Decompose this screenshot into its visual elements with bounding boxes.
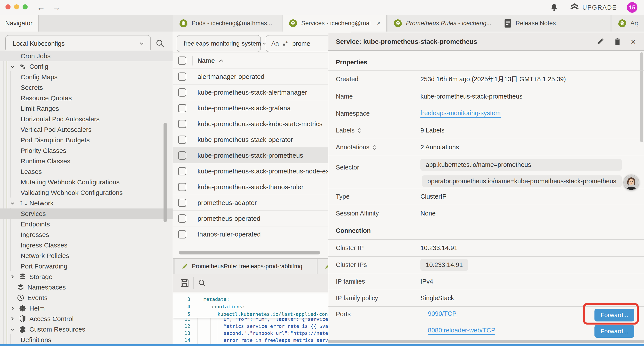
sidebar-item-runtime-classes[interactable]: Runtime Classes [0,156,173,166]
row-checkbox[interactable] [178,136,186,144]
sidebar-item-port-forwarding[interactable]: Port Forwarding [0,261,173,272]
sidebar-item-network-policies[interactable]: Network Policies [0,251,173,261]
chevron-expanded-icon[interactable] [9,326,16,333]
sidebar-item-namespaces[interactable]: Namespaces [0,282,173,293]
runbook-url-link[interactable]: https://nete [293,331,328,336]
table-row[interactable]: kube-prometheus-stack-alertmanager [173,84,351,100]
sidebar-item-pod-disruption-budgets[interactable]: Pod Disruption Budgets [0,135,173,145]
sidebar-item-vertical-pod-autoscalers[interactable]: Vertical Pod Autoscalers [0,124,173,135]
table-row[interactable]: prometheus-adapter [173,195,351,211]
yaml-editor[interactable]: 110", "for": "1m", "labels": {"service":… [173,294,351,346]
row-checkbox[interactable] [178,230,186,239]
sidebar-item-priority-classes[interactable]: Priority Classes [0,145,173,156]
chevron-expanded-icon[interactable] [9,63,16,70]
search-input[interactable]: Aa * prome [266,35,338,52]
row-checkbox[interactable] [178,183,186,191]
port-link-8080[interactable]: 8080:reloader-web/TCP [428,327,496,335]
forward-button-8080[interactable]: Forward... [594,325,634,338]
row-checkbox[interactable] [178,88,186,97]
namespace-select[interactable]: freeleaps-monitoring-system [177,35,261,52]
sidebar-item-config[interactable]: Config [0,61,173,72]
sort-ascending-icon[interactable] [218,59,224,63]
row-checkbox[interactable] [178,72,186,81]
tab-pods[interactable]: Pods - icecheng@mathmas... [173,15,283,31]
sidebar-item-events[interactable]: Events [0,293,173,303]
sidebar-scrollbar[interactable] [164,123,167,222]
forward-icon[interactable]: → [52,2,60,12]
selector-chip[interactable]: operator.prometheus.io/name=kube-prometh… [422,175,622,187]
sidebar-item-helm[interactable]: Helm [0,303,173,314]
sidebar-item-custom-resources[interactable]: Custom Resources [0,324,173,335]
sidebar-item-cron-jobs[interactable]: Cron Jobs [0,51,173,61]
chevron-collapsed-icon[interactable] [9,274,16,280]
notification-badge[interactable]: 15 [627,2,638,13]
sidebar-item-resource-quotas[interactable]: Resource Quotas [0,93,173,103]
sidebar-item-storage[interactable]: Storage [0,272,173,282]
sidebar-item-mutating-webhook-configurations[interactable]: Mutating Webhook Configurations [0,177,173,187]
sidebar-item-endpoints[interactable]: Endpoints [0,219,173,230]
sidebar-item-definitions[interactable]: Definitions [0,335,173,345]
namespace-link[interactable]: freeleaps-monitoring-system [420,109,501,118]
sidebar-item-services[interactable]: Services [0,209,173,219]
selector-chip[interactable]: app.kubernetes.io/name=prometheus [420,159,622,171]
sidebar-item-validating-webhook-configurations[interactable]: Validating Webhook Configurations [0,187,173,198]
sidebar-item-ingresses[interactable]: Ingresses [0,230,173,240]
table-row[interactable]: alertmanager-operated [173,69,351,84]
row-checkbox[interactable] [178,199,186,207]
sidebar-item-limit-ranges[interactable]: Limit Ranges [0,103,173,114]
table-row[interactable]: kube-prometheus-stack-grafana [173,100,351,116]
trash-icon[interactable] [614,37,622,46]
close-icon[interactable]: × [631,37,636,46]
editor-tab-prometheusrule[interactable]: PrometheusRule: freeleaps-prod-rabbitmq [175,259,317,274]
table-row[interactable]: kube-prometheus-stack-kube-state-metrics [173,116,351,132]
row-checkbox[interactable] [178,104,186,112]
sidebar-item-network[interactable]: ↑↓ Network [0,198,173,209]
minimize-window-button[interactable] [14,4,19,9]
sidebar-item-horizontal-pod-autoscalers[interactable]: Horizontal Pod Autoscalers [0,114,173,124]
row-checkbox[interactable] [178,151,186,160]
sidebar-item-leases[interactable]: Leases [0,166,173,177]
chevron-collapsed-icon[interactable] [9,305,16,312]
upgrade-label[interactable]: UPGRADE [582,4,617,11]
table-row[interactable]: kube-prometheus-stack-operator [173,132,351,148]
port-link-9090[interactable]: 9090/TCP [428,310,456,318]
column-header-name[interactable]: Name [198,57,215,64]
kubeconfig-select[interactable]: Local Kubeconfigs [5,35,151,52]
chevron-collapsed-icon[interactable] [9,316,16,322]
edit-icon[interactable] [596,37,604,46]
row-checkbox[interactable] [178,167,186,175]
search-icon[interactable] [155,38,165,48]
row-checkbox[interactable] [178,120,186,128]
back-icon[interactable]: ← [37,2,45,12]
upgrade-icon[interactable] [570,3,579,12]
table-row[interactable]: prometheus-operated [173,211,351,226]
table-row-selected[interactable]: kube-prometheus-stack-prometheus [173,148,351,163]
table-row[interactable]: kube-prometheus-stack-thanos-ruler [173,179,351,195]
assistant-avatar[interactable] [624,175,639,190]
cluster-ip-chip[interactable]: 10.233.14.91 [420,259,468,271]
chevron-expanded-icon[interactable] [9,200,16,207]
tab-release-notes[interactable]: Release Notes [498,15,610,31]
table-row[interactable]: thanos-ruler-operated [173,226,351,242]
close-tab-icon[interactable]: × [374,19,381,27]
table-row[interactable]: kube-prometheus-stack-prometheus-node-ex… [173,163,351,179]
sidebar-item-config-maps[interactable]: Config Maps [0,72,173,82]
save-icon[interactable] [180,278,190,288]
navigator-panel-tab[interactable]: Navigator [0,15,38,31]
tab-services[interactable]: Services - icecheng@math... × [283,15,387,31]
detail-horizontal-scrollbar[interactable] [328,340,644,343]
regex-icon[interactable]: * [283,40,288,47]
sidebar-item-ingress-classes[interactable]: Ingress Classes [0,240,173,251]
match-case-icon[interactable]: Aa [271,40,279,47]
maximize-window-button[interactable] [22,4,28,9]
sidebar-item-secrets[interactable]: Secrets [0,82,173,93]
horizontal-scrollbar[interactable] [179,251,320,255]
close-window-button[interactable] [6,4,10,9]
row-checkbox[interactable] [178,214,186,223]
tab-argo[interactable]: Argo Se [612,15,644,31]
select-all-checkbox[interactable] [178,56,186,65]
editor-search-icon[interactable] [198,278,207,288]
sidebar-item-access-control[interactable]: Access Control [0,314,173,324]
bell-icon[interactable] [550,3,558,11]
tab-prometheus-rules[interactable]: Prometheus Rules - icecheng... [388,15,498,31]
